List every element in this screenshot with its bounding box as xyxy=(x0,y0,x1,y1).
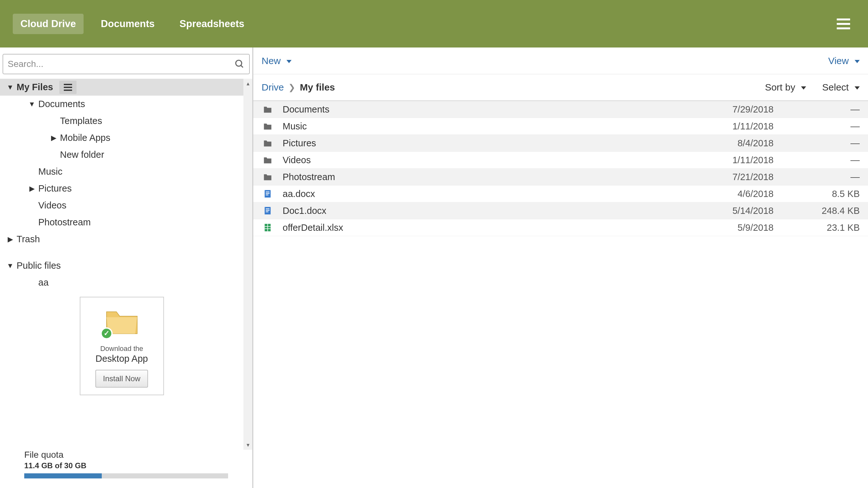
folder-icon xyxy=(261,122,274,131)
tree-label: Photostream xyxy=(38,217,91,228)
sort-by-button[interactable]: Sort by xyxy=(765,82,806,93)
chevron-right-icon: ❯ xyxy=(288,83,296,92)
file-row[interactable]: offerDetail.xlsx5/9/201823.1 KB xyxy=(253,219,868,236)
menu-icon[interactable] xyxy=(835,17,852,31)
quota-fill xyxy=(24,473,102,479)
caret-down-icon xyxy=(801,86,806,90)
sort-by-label: Sort by xyxy=(765,82,795,92)
top-tabs: Cloud DriveDocumentsSpreadsheets xyxy=(13,14,252,34)
tree-music[interactable]: Music xyxy=(0,163,243,180)
file-size: — xyxy=(774,155,860,165)
sidebar: ▼ My Files ▼ Documents Templates xyxy=(0,47,253,488)
tree-aa[interactable]: aa xyxy=(0,274,243,291)
file-name: offerDetail.xlsx xyxy=(283,223,678,233)
tree-label: Documents xyxy=(38,99,85,109)
breadcrumb-current: My files xyxy=(300,82,335,93)
svg-line-1 xyxy=(241,65,243,68)
search-input[interactable] xyxy=(8,59,235,69)
tree-photostream[interactable]: Photostream xyxy=(0,214,243,231)
file-row[interactable]: Music1/11/2018— xyxy=(253,118,868,135)
file-row[interactable]: Photostream7/21/2018— xyxy=(253,169,868,186)
expand-icon[interactable]: ▶ xyxy=(4,235,17,243)
content-toolbar: New View xyxy=(253,47,868,74)
expand-icon[interactable]: ▶ xyxy=(47,134,60,142)
sidebar-scrollbar[interactable]: ▴ ▾ xyxy=(243,79,252,450)
scroll-down-icon[interactable]: ▾ xyxy=(247,442,249,449)
tree-label: Templates xyxy=(60,116,102,126)
new-button[interactable]: New xyxy=(261,56,291,66)
file-date: 4/6/2018 xyxy=(678,189,774,199)
file-name: aa.docx xyxy=(283,189,678,199)
topbar-tab-cloud-drive[interactable]: Cloud Drive xyxy=(13,14,84,34)
caret-down-icon xyxy=(855,86,860,90)
tree-videos[interactable]: Videos xyxy=(0,197,243,214)
collapse-icon[interactable]: ▼ xyxy=(4,83,17,92)
file-row[interactable]: aa.docx4/6/20188.5 KB xyxy=(253,186,868,202)
file-size: 248.4 KB xyxy=(774,205,860,216)
tree-public-files[interactable]: ▼ Public files xyxy=(0,257,243,274)
file-date: 5/9/2018 xyxy=(678,223,774,233)
top-navbar: Cloud DriveDocumentsSpreadsheets xyxy=(0,0,868,47)
tree-menu-icon[interactable] xyxy=(59,80,76,94)
file-name: Videos xyxy=(283,155,678,165)
tree-documents[interactable]: ▼ Documents xyxy=(0,96,243,112)
tree-label: Music xyxy=(38,166,63,177)
file-size: 23.1 KB xyxy=(774,223,860,233)
file-size: — xyxy=(774,172,860,182)
topbar-tab-documents[interactable]: Documents xyxy=(93,14,162,34)
file-date: 1/11/2018 xyxy=(678,155,774,165)
select-label: Select xyxy=(822,82,848,92)
svg-point-0 xyxy=(236,60,242,66)
search-icon[interactable] xyxy=(235,59,245,69)
download-card: ✓ Download the Desktop App Install Now xyxy=(80,297,164,395)
tree-new-folder[interactable]: New folder xyxy=(0,146,243,163)
tree-templates[interactable]: Templates xyxy=(0,112,243,129)
file-name: Documents xyxy=(283,104,678,115)
tree-label: aa xyxy=(38,277,49,288)
file-row[interactable]: Documents7/29/2018— xyxy=(253,101,868,118)
file-date: 7/21/2018 xyxy=(678,172,774,182)
scroll-up-icon[interactable]: ▴ xyxy=(247,80,249,87)
file-name: Music xyxy=(283,121,678,132)
tree-label: New folder xyxy=(60,150,104,160)
select-button[interactable]: Select xyxy=(822,82,860,93)
collapse-icon[interactable]: ▼ xyxy=(4,262,17,270)
file-row[interactable]: Videos1/11/2018— xyxy=(253,152,868,169)
tree-mobile-apps[interactable]: ▶ Mobile Apps xyxy=(0,129,243,146)
breadcrumb-root[interactable]: Drive xyxy=(261,82,284,93)
content-area: New View Drive ❯ My files Sort by Select… xyxy=(253,47,868,488)
file-size: — xyxy=(774,104,860,115)
tree-label: My Files xyxy=(17,82,53,92)
tree-label: Videos xyxy=(38,200,66,211)
file-row[interactable]: Doc1.docx5/14/2018248.4 KB xyxy=(253,202,868,219)
caret-down-icon xyxy=(286,60,291,63)
install-button[interactable]: Install Now xyxy=(95,370,148,388)
view-label: View xyxy=(828,56,848,66)
file-name: Doc1.docx xyxy=(283,205,678,216)
file-row[interactable]: Pictures8/4/2018— xyxy=(253,135,868,152)
topbar-tab-spreadsheets[interactable]: Spreadsheets xyxy=(172,14,252,34)
folder-tree: ▼ My Files ▼ Documents Templates xyxy=(0,79,243,450)
doc-icon xyxy=(261,189,274,198)
search-box xyxy=(3,54,250,74)
quota-label: File quota xyxy=(24,450,228,460)
tree-label: Trash xyxy=(17,234,40,245)
file-size: 8.5 KB xyxy=(774,189,860,199)
expand-icon[interactable]: ▶ xyxy=(26,185,38,193)
collapse-icon[interactable]: ▼ xyxy=(26,100,38,108)
view-button[interactable]: View xyxy=(828,56,860,66)
tree-label: Public files xyxy=(17,260,61,271)
tree-my-files[interactable]: ▼ My Files xyxy=(0,79,243,96)
folder-icon xyxy=(261,172,274,182)
tree-trash[interactable]: ▶ Trash xyxy=(0,231,243,248)
folder-icon xyxy=(261,105,274,114)
caret-down-icon xyxy=(855,60,860,63)
quota-bar xyxy=(24,473,228,479)
new-label: New xyxy=(261,56,281,66)
sheet-icon xyxy=(261,223,274,232)
file-name: Photostream xyxy=(283,172,678,182)
tree-label: Pictures xyxy=(38,183,72,194)
file-date: 5/14/2018 xyxy=(678,205,774,216)
file-name: Pictures xyxy=(283,138,678,149)
tree-pictures[interactable]: ▶ Pictures xyxy=(0,180,243,197)
